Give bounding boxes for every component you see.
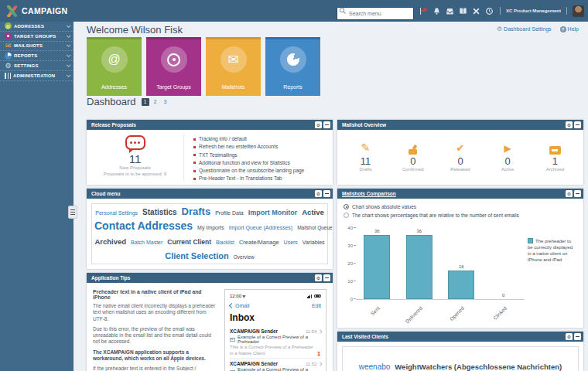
panel-title: Release Proposals: [91, 122, 136, 128]
panel-settings-button[interactable]: [315, 121, 322, 128]
cloud-tag[interactable]: Blacklist: [216, 240, 234, 245]
stat-value: 0: [484, 156, 532, 167]
sidebar-toggle-button[interactable]: [68, 206, 77, 219]
dashboard-page-3[interactable]: 3: [162, 98, 169, 106]
cloud-tag[interactable]: Profile Data: [215, 210, 244, 216]
cloud-tag[interactable]: Current Client: [167, 238, 211, 246]
cloud-line: Client SelectionOverview: [92, 249, 327, 263]
chevron-down-icon: [67, 63, 71, 68]
sidebar-item-addresses[interactable]: ADDRESSES: [0, 22, 74, 32]
speech-bubble-icon: [125, 135, 145, 150]
tile-label: Reports: [283, 84, 303, 90]
thumb-up-icon: [408, 145, 419, 155]
panel-settings-button[interactable]: [566, 190, 573, 197]
proposal-sub-label: Proposals in to be approved: 9: [93, 172, 177, 178]
client-tag[interactable]: WeightWatchers (Abgeschlossene Nachricht…: [395, 362, 562, 371]
search-input[interactable]: [337, 7, 414, 20]
email-subject: Example of a Correct Preview of a Prehea…: [238, 335, 321, 344]
cloud-tag[interactable]: Variables: [303, 240, 325, 245]
account-name[interactable]: XC Product Management: [506, 9, 561, 13]
cloud-tag[interactable]: Import Queue (Addresses): [229, 225, 292, 230]
chart-mode-option-2[interactable]: The chart shows percentages that are rel…: [344, 213, 577, 218]
sidebar-item-reports[interactable]: REPORTS: [0, 51, 74, 61]
sidebar-item-settings[interactable]: SETTINGS: [0, 61, 74, 71]
mailshot-stat-archived: 1Archived: [532, 143, 579, 172]
dashboard-page-2[interactable]: 2: [152, 98, 159, 106]
dashboard-page-1[interactable]: 1: [142, 98, 149, 106]
header-icons: [419, 6, 494, 15]
email-subject: Example of a Correct Preview of a Prehea…: [238, 367, 321, 371]
bell-icon[interactable]: [432, 6, 442, 15]
stat-value: 0: [389, 156, 436, 167]
cloud-tag[interactable]: Mailshot Queue: [297, 225, 333, 230]
settings-icon: [5, 63, 12, 70]
divider: [566, 7, 567, 15]
sidebar-item-label: TARGET GROUPS: [14, 34, 56, 39]
cloud-tag[interactable]: Overview: [234, 254, 255, 260]
chart-mode-option-1[interactable]: Chart shows absolute values: [344, 204, 577, 209]
panel-title-link[interactable]: Mailshots Comparison: [342, 191, 396, 196]
cloud-tag[interactable]: Contact Addresses: [94, 220, 193, 232]
cloud-tag[interactable]: Statistics: [142, 208, 176, 216]
tile-reports[interactable]: Reports: [265, 37, 320, 96]
panel-collapse-button[interactable]: [574, 333, 581, 340]
panel-settings-button[interactable]: [566, 121, 573, 128]
radio-icon[interactable]: [344, 213, 349, 218]
dashboard-settings-link[interactable]: Dashboard Settings: [497, 26, 552, 32]
chevron-down-icon: [67, 23, 71, 28]
tile-mailshots[interactable]: Mailshots: [206, 37, 261, 96]
stat-value: 11: [342, 156, 389, 167]
cloud-tag[interactable]: My Imports: [197, 225, 224, 230]
brand-logo[interactable]: CAMPAIGN: [0, 5, 74, 17]
tile-label: Addresses: [101, 84, 127, 90]
cloud-tag[interactable]: Drafts: [182, 206, 211, 217]
cloud-tag[interactable]: Users: [284, 240, 298, 245]
legend-label: The preheader to be correctly displayed …: [528, 239, 573, 262]
panel-settings-button[interactable]: [566, 333, 573, 340]
chevron-right-icon: [318, 362, 322, 366]
bar-value-label: 16: [448, 264, 474, 269]
cloud-tag[interactable]: Batch Master: [131, 240, 162, 245]
dashboard-settings-label: Dashboard Settings: [504, 26, 551, 32]
cloud-tag[interactable]: Personal Settings: [95, 210, 138, 216]
radio-icon[interactable]: [344, 204, 349, 209]
chart-mode-options: Chart shows absolute valuesThe chart sho…: [344, 204, 577, 218]
history-icon[interactable]: [485, 6, 494, 15]
panel-settings-button[interactable]: [315, 274, 322, 281]
panel-collapse-button[interactable]: [574, 190, 581, 197]
stat-label: Confirmed: [389, 167, 436, 172]
chevron-down-icon: [67, 73, 71, 77]
panel-collapse-button[interactable]: [323, 121, 330, 128]
location-arrow-icon: [242, 294, 246, 298]
panel-title: Application Tips: [91, 275, 130, 281]
panel-collapse-button[interactable]: [574, 121, 581, 128]
sidebar-item-mailshots[interactable]: MAILSHOTS: [0, 42, 74, 52]
option-label: The chart shows percentages that are rel…: [352, 213, 519, 218]
tile-addresses[interactable]: Addresses: [87, 37, 142, 96]
cloud-tag[interactable]: Archived: [94, 237, 126, 246]
language-flag-icon[interactable]: [419, 6, 429, 15]
chart-plot: 01020304036Sent36Delivered16Opened0Click…: [356, 229, 525, 300]
cloud-tag[interactable]: Import Monitor: [248, 209, 298, 216]
avatar[interactable]: [573, 5, 584, 17]
tip-paragraph: Due to this error, the preview of the em…: [93, 326, 217, 345]
panel-settings-button[interactable]: [315, 190, 322, 197]
proposal-item: Additional function and view for Statist…: [193, 159, 313, 167]
tile-target-groups[interactable]: Target Groups: [146, 37, 201, 96]
cloud-tag[interactable]: Create/Manage: [239, 239, 279, 246]
cloud-tag[interactable]: Client Selection: [165, 251, 229, 260]
inbox-tray-icon[interactable]: [446, 6, 455, 15]
help-link[interactable]: ? Help: [560, 26, 579, 32]
tools-icon[interactable]: [472, 6, 481, 15]
sidebar-item-administration[interactable]: ADMINISTRATION: [0, 71, 74, 81]
sidebar-item-label: SETTINGS: [14, 63, 39, 68]
cloud-tag[interactable]: Active: [302, 208, 324, 216]
address-book-icon[interactable]: [459, 6, 468, 15]
sidebar-item-target-groups[interactable]: TARGET GROUPS: [0, 32, 74, 42]
panel-collapse-button[interactable]: [323, 274, 330, 281]
mailshot-stat-drafts: 11Drafts: [342, 143, 389, 172]
panel-collapse-button[interactable]: [323, 190, 330, 197]
x-logo-icon: [5, 5, 19, 17]
email-preview: This is a Correct Preview of a Preheader…: [230, 345, 321, 356]
client-tag[interactable]: weenabo: [359, 362, 391, 371]
